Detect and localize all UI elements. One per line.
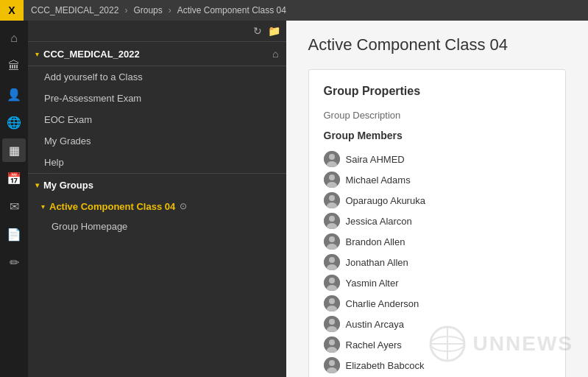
svg-point-13 — [329, 236, 335, 242]
member-row: Charlie Anderson — [324, 293, 551, 314]
member-name: Charlie Anderson — [346, 298, 419, 309]
breadcrumb-class: Active Component Class 04 — [177, 5, 286, 15]
breadcrumb-course: CCC_MEDICAL_2022 — [31, 5, 118, 15]
breadcrumb-groups: Groups — [133, 5, 162, 15]
member-row: Jessica Alarcon — [324, 211, 551, 231]
course-header[interactable]: ▾ CCC_MEDICAL_2022 ⌂ — [28, 42, 286, 66]
member-row: Saira AHMED — [324, 149, 551, 169]
svg-point-25 — [329, 319, 335, 325]
group-description-label: Group Description — [324, 110, 551, 121]
sidebar-item-help[interactable]: Help — [28, 152, 286, 173]
sidebar-item-eoc-exam[interactable]: EOC Exam — [28, 109, 286, 130]
breadcrumb: CCC_MEDICAL_2022 › Groups › Active Compo… — [24, 5, 286, 15]
library-icon[interactable]: 🏛 — [2, 54, 26, 78]
member-row: Austin Arcaya — [324, 314, 551, 334]
mail-icon[interactable]: ✉ — [2, 194, 26, 218]
group-properties-box: Group Properties Group Description Group… — [308, 69, 567, 377]
home-icon[interactable]: ⌂ — [2, 27, 26, 50]
member-row: Jonathan Allen — [324, 252, 551, 272]
member-avatar — [324, 295, 340, 311]
svg-point-4 — [329, 175, 335, 180]
member-row: Yasmin Alter — [324, 272, 551, 293]
member-avatar — [324, 192, 340, 208]
main-layout: ⌂ 🏛 👤 🌐 ▦ 📅 ✉ 📄 ✏ ↻ 📁 ▾ CCC_MEDICAL_2022… — [0, 21, 588, 377]
member-avatar — [324, 233, 340, 250]
svg-point-22 — [329, 298, 335, 304]
member-name: Jessica Alarcon — [346, 216, 412, 227]
edit-icon[interactable]: ✏ — [2, 250, 26, 274]
active-component-class-group[interactable]: ▾ Active Component Class 04 ⊙ — [28, 197, 286, 216]
sidebar-item-group-homepage[interactable]: Group Homepage — [28, 216, 286, 236]
member-avatar — [324, 254, 340, 270]
svg-point-31 — [329, 360, 335, 366]
refresh-icon[interactable]: ↻ — [253, 25, 262, 37]
sidebar-nav: ↻ 📁 ▾ CCC_MEDICAL_2022 ⌂ Add yourself to… — [28, 21, 286, 377]
member-name: Michael Adams — [346, 175, 411, 186]
svg-point-10 — [329, 216, 335, 222]
member-row: Rachel Ayers — [324, 334, 551, 355]
member-row: Brandon Allen — [324, 231, 551, 252]
svg-point-16 — [329, 257, 335, 263]
members-list: Saira AHMED Michael Adams Oparaugo Akuru… — [324, 149, 551, 377]
member-avatar — [324, 172, 340, 188]
member-name: Oparaugo Akuruka — [346, 195, 425, 206]
member-avatar — [324, 151, 340, 167]
folder-icon[interactable]: 📁 — [268, 25, 280, 37]
my-groups-arrow-icon: ▾ — [35, 181, 39, 189]
svg-point-28 — [329, 339, 335, 345]
member-avatar — [324, 213, 340, 229]
member-name: Rachel Ayers — [346, 339, 402, 350]
my-groups-label: My Groups — [43, 180, 93, 191]
my-groups-header[interactable]: ▾ My Groups — [28, 173, 286, 197]
member-row: Elizabeth Babcock — [324, 355, 551, 376]
member-name: Yasmin Alter — [346, 278, 399, 289]
course-title: CCC_MEDICAL_2022 — [43, 49, 272, 60]
member-avatar — [324, 316, 340, 332]
member-name: Austin Arcaya — [346, 319, 405, 330]
globe-icon[interactable]: 🌐 — [2, 110, 26, 134]
member-name: Saira AHMED — [346, 154, 405, 165]
calendar-icon[interactable]: 📅 — [2, 166, 26, 190]
course-home-icon[interactable]: ⌂ — [272, 48, 278, 60]
svg-point-1 — [329, 154, 335, 160]
svg-point-19 — [329, 278, 335, 283]
svg-point-7 — [329, 195, 335, 201]
active-group-label: Active Component Class 04 — [49, 201, 175, 212]
left-icon-strip: ⌂ 🏛 👤 🌐 ▦ 📅 ✉ 📄 ✏ — [0, 21, 28, 377]
sidebar-action-bar: ↻ 📁 — [28, 21, 286, 42]
sidebar-item-pre-assessment[interactable]: Pre-Assessment Exam — [28, 88, 286, 109]
close-button[interactable]: X — [0, 0, 24, 21]
content-area: Active Component Class 04 Group Properti… — [286, 21, 589, 377]
member-name: Elizabeth Babcock — [346, 360, 425, 371]
member-row: Michael Adams — [324, 169, 551, 190]
member-name: Brandon Allen — [346, 236, 405, 247]
profile-icon[interactable]: 👤 — [2, 82, 26, 106]
page-title: Active Component Class 04 — [308, 35, 567, 54]
subgroup-arrow-icon: ▾ — [41, 202, 45, 211]
course-arrow-icon: ▾ — [35, 50, 39, 58]
sidebar-item-my-grades[interactable]: My Grades — [28, 130, 286, 152]
external-link-icon[interactable]: ⊙ — [180, 201, 187, 211]
sidebar-item-add-class[interactable]: Add yourself to a Class — [28, 66, 286, 88]
group-members-label: Group Members — [324, 130, 551, 141]
member-avatar — [324, 275, 340, 291]
member-avatar — [324, 357, 340, 373]
group-properties-title: Group Properties — [324, 85, 551, 98]
member-row: Oparaugo Akuruka — [324, 190, 551, 211]
grid-icon[interactable]: ▦ — [2, 138, 26, 162]
top-bar: X CCC_MEDICAL_2022 › Groups › Active Com… — [0, 0, 588, 21]
member-avatar — [324, 337, 340, 353]
member-name: Jonathan Allen — [346, 257, 408, 268]
document-icon[interactable]: 📄 — [2, 222, 26, 246]
